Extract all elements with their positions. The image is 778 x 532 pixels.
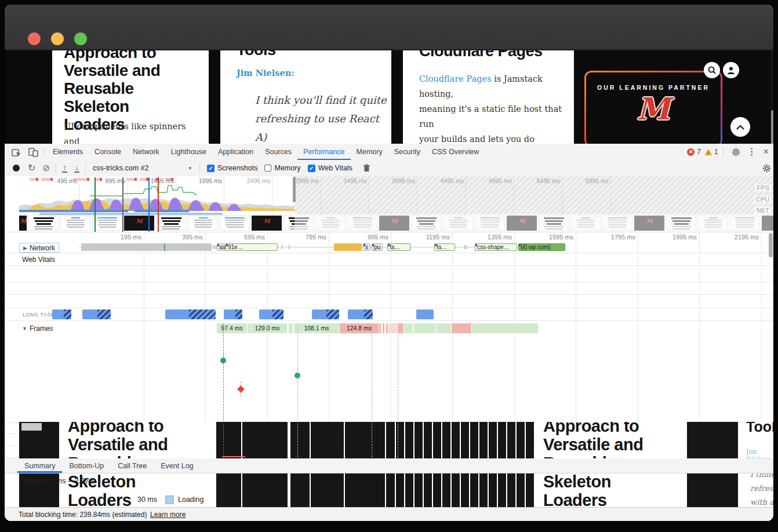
save-profile-icon[interactable]: ↓ <box>74 163 79 173</box>
cloudflare-pages-link[interactable]: Cloudflare Pages <box>419 74 492 83</box>
frame-duration-cell[interactable] <box>436 323 451 333</box>
filmstrip-thumbnail[interactable]: M <box>124 216 154 231</box>
frame-duration-cell[interactable] <box>403 323 413 333</box>
settings-gear-icon[interactable] <box>732 148 740 156</box>
mini-text-line <box>227 227 243 228</box>
scroll-to-top-button[interactable] <box>730 117 750 137</box>
frame-duration-cell[interactable] <box>451 323 471 333</box>
drawer-tab-bottom-up[interactable]: Bottom-Up <box>62 459 111 473</box>
article-excerpt: UI components like spinners andskeleton … <box>64 119 203 145</box>
checkbox-screenshots[interactable]: ✓Screenshots <box>207 164 257 172</box>
tab-css-overview[interactable]: CSS Overview <box>426 144 485 160</box>
network-track-header[interactable]: ▶Network <box>19 243 59 253</box>
frame-duration-cell[interactable] <box>379 323 381 333</box>
article-byline-link[interactable]: Jim Nielsen: <box>237 68 295 78</box>
drawer-tab-call-tree[interactable]: Call Tree <box>111 459 154 473</box>
network-request-chip[interactable]: aa <box>217 243 226 251</box>
article-title[interactable]: Tools <box>237 50 276 59</box>
long-task-bar[interactable] <box>52 309 71 319</box>
frame-duration-cell[interactable] <box>388 323 397 333</box>
capture-settings-gear-icon[interactable] <box>762 164 771 173</box>
tab-console[interactable]: Console <box>89 144 127 160</box>
tab-security[interactable]: Security <box>388 144 426 160</box>
frame-duration-cell[interactable] <box>413 323 436 333</box>
long-task-bar[interactable] <box>165 309 216 319</box>
filmstrip-thumbnail[interactable]: M <box>252 216 282 231</box>
recording-select[interactable]: css-tricks.com #2 ▼ <box>93 164 192 172</box>
network-request-chip[interactable]: (i0.wp.com) <box>518 243 565 251</box>
network-request-chip[interactable]: css-shape… <box>475 243 517 251</box>
timeline-overview[interactable]: MMMMMMM495 ms995 ms1495 ms1995 ms2495 ms… <box>5 176 773 232</box>
network-request-bar[interactable] <box>464 245 467 249</box>
checked-checkbox-icon: ✓ <box>308 165 315 172</box>
device-toolbar-icon[interactable] <box>28 147 38 157</box>
long-task-bar[interactable] <box>416 309 434 319</box>
frame-duration-cell[interactable] <box>288 323 293 333</box>
web-vitals-poor-marker[interactable] <box>237 385 245 393</box>
frame-duration-cell[interactable] <box>382 323 384 333</box>
network-request-chip[interactable]: s <box>363 243 370 251</box>
network-request-bar[interactable] <box>281 245 283 249</box>
network-request-chip[interactable]: 91e… <box>226 243 278 251</box>
tab-memory[interactable]: Memory <box>351 144 388 160</box>
overview-lane-label: FPS <box>755 184 771 191</box>
mini-text-line <box>162 226 181 227</box>
frame-duration-cell[interactable]: 124.8 ms <box>339 323 379 333</box>
filmstrip-thumbnail[interactable] <box>92 216 122 231</box>
frames-track-header[interactable]: ▼Frames <box>22 325 53 333</box>
filmstrip-thumbnail[interactable] <box>28 216 59 231</box>
network-request-chip[interactable]: fa… <box>434 243 455 251</box>
frame-duration-cell[interactable]: 108.1 ms <box>293 323 339 333</box>
tab-network[interactable]: Network <box>127 144 165 160</box>
clear-recording-icon[interactable]: ⊘ <box>42 164 50 172</box>
network-request-bar[interactable] <box>81 243 212 251</box>
maximize-traffic-light[interactable] <box>74 32 87 45</box>
long-task-bar[interactable] <box>259 309 283 319</box>
long-task-bar[interactable] <box>312 309 339 319</box>
drawer-tab-event-log[interactable]: Event Log <box>154 459 200 473</box>
network-request-bar[interactable] <box>334 243 362 251</box>
inspect-element-icon[interactable] <box>12 147 21 157</box>
search-button[interactable] <box>704 62 720 78</box>
learning-partner-ad[interactable]: OUR LEARNING PARTNER M Frontend Masters <box>584 71 722 145</box>
drawer-tab-summary[interactable]: Summary <box>17 459 62 473</box>
checkbox-web-vitals[interactable]: ✓Web Vitals <box>308 164 352 172</box>
filmstrip-thumbnail[interactable]: M <box>19 216 27 231</box>
long-task-bar[interactable] <box>82 309 111 319</box>
close-devtools-icon[interactable]: × <box>764 148 769 156</box>
learn-more-link[interactable]: Learn more <box>150 511 186 519</box>
tab-lighthouse[interactable]: Lighthouse <box>165 144 212 160</box>
kebab-menu-icon[interactable]: ⋮ <box>747 148 757 156</box>
long-task-bar[interactable] <box>224 309 242 319</box>
reload-and-record-icon[interactable]: ↻ <box>28 164 35 172</box>
tab-elements[interactable]: Elements <box>47 144 89 160</box>
network-request-chip[interactable]: pu <box>372 243 383 251</box>
frame-duration-cell[interactable] <box>471 323 538 333</box>
page-scrollbar-thumb[interactable] <box>771 110 773 145</box>
record-icon[interactable] <box>13 165 20 172</box>
long-task-bar[interactable] <box>348 309 373 319</box>
garbage-collect-icon[interactable] <box>363 164 370 172</box>
load-profile-icon[interactable]: ↑ <box>62 163 67 173</box>
article-title[interactable]: Cloudflare Pages <box>419 50 543 60</box>
tab-performance[interactable]: Performance <box>297 144 351 160</box>
overview-ruler-label: 4495 ms <box>430 177 464 184</box>
minimize-traffic-light[interactable] <box>51 32 64 45</box>
filmstrip-thumbnail[interactable] <box>60 216 90 231</box>
filmstrip-thumbnail[interactable] <box>156 216 186 231</box>
close-traffic-light[interactable] <box>28 32 41 45</box>
devtools-scrollbar-thumb[interactable] <box>769 233 773 257</box>
frame-duration-cell[interactable]: 129.0 ms <box>247 323 287 333</box>
network-request-chip[interactable]: fa… <box>387 243 410 251</box>
filmstrip-thumbnail[interactable] <box>188 216 218 231</box>
account-button[interactable] <box>723 62 739 78</box>
checkbox-memory[interactable]: Memory <box>264 164 300 172</box>
frame-duration-cell[interactable]: 97.4 ms <box>216 323 247 333</box>
console-errors-badge[interactable]: ✕ 7 ! 1 <box>687 148 718 156</box>
network-request-bar[interactable] <box>288 245 290 249</box>
network-request-bar[interactable] <box>213 245 217 249</box>
tab-application[interactable]: Application <box>212 144 259 160</box>
tab-sources[interactable]: Sources <box>259 144 297 160</box>
filmstrip-thumbnail[interactable] <box>220 216 250 231</box>
overview-event-line <box>148 177 150 232</box>
